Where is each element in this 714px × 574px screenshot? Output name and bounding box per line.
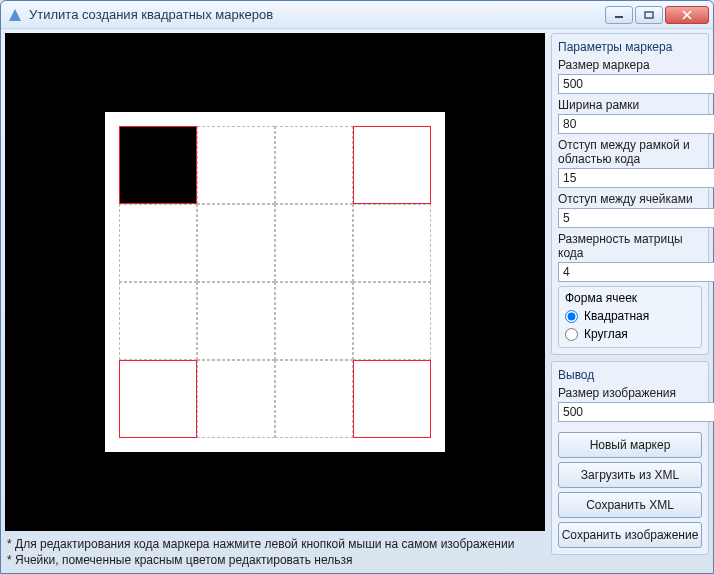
cell-2-1 bbox=[197, 282, 275, 360]
cell-3-0 bbox=[119, 360, 197, 438]
cell-0-3 bbox=[353, 126, 431, 204]
cell-1-1 bbox=[197, 204, 275, 282]
window-title: Утилита создания квадратных маркеров bbox=[29, 7, 605, 22]
cell-3-1 bbox=[197, 360, 275, 438]
cell-gap-label: Отступ между ячейками bbox=[558, 192, 702, 206]
marker-image bbox=[105, 112, 445, 452]
app-icon bbox=[7, 7, 23, 23]
marker-size-label: Размер маркера bbox=[558, 58, 702, 72]
hint-1: * Для редактирования кода маркера нажмит… bbox=[7, 537, 543, 551]
titlebar: Утилита создания квадратных маркеров bbox=[1, 1, 713, 29]
shape-square-radio[interactable]: Квадратная bbox=[565, 309, 695, 323]
window: Утилита создания квадратных маркеров bbox=[0, 0, 714, 574]
svg-rect-2 bbox=[645, 12, 653, 18]
frame-gap-label: Отступ между рамкой и областью кода bbox=[558, 138, 702, 166]
cell-0-0 bbox=[119, 126, 197, 204]
save-xml-button[interactable]: Сохранить XML bbox=[558, 492, 702, 518]
frame-width-input[interactable] bbox=[558, 114, 714, 134]
params-group: Параметры маркера Размер маркера ▲▼ Шири… bbox=[551, 33, 709, 355]
close-button[interactable] bbox=[665, 6, 709, 24]
cell-gap-input[interactable] bbox=[558, 208, 714, 228]
output-title: Вывод bbox=[558, 368, 702, 382]
cell-3-3 bbox=[353, 360, 431, 438]
output-group: Вывод Размер изображения ▲▼ Новый маркер… bbox=[551, 361, 709, 555]
matrix-label: Размерность матрицы кода bbox=[558, 232, 702, 260]
hints: * Для редактирования кода маркера нажмит… bbox=[5, 531, 545, 569]
hint-2: * Ячейки, помеченные красным цветом реда… bbox=[7, 553, 543, 567]
cell-3-2 bbox=[275, 360, 353, 438]
new-marker-button[interactable]: Новый маркер bbox=[558, 432, 702, 458]
marker-size-input[interactable] bbox=[558, 74, 714, 94]
minimize-button[interactable] bbox=[605, 6, 633, 24]
cell-1-3 bbox=[353, 204, 431, 282]
save-image-button[interactable]: Сохранить изображение bbox=[558, 522, 702, 548]
cell-1-0 bbox=[119, 204, 197, 282]
cell-2-2 bbox=[275, 282, 353, 360]
matrix-input[interactable] bbox=[558, 262, 714, 282]
cell-2-0 bbox=[119, 282, 197, 360]
shape-title: Форма ячеек bbox=[565, 291, 695, 305]
marker-grid bbox=[119, 126, 431, 438]
shape-round-label: Круглая bbox=[584, 327, 628, 341]
client-area: * Для редактирования кода маркера нажмит… bbox=[1, 29, 713, 573]
image-size-label: Размер изображения bbox=[558, 386, 702, 400]
shape-round-radio[interactable]: Круглая bbox=[565, 327, 695, 341]
frame-gap-input[interactable] bbox=[558, 168, 714, 188]
preview-canvas[interactable] bbox=[5, 33, 545, 531]
cell-1-2 bbox=[275, 204, 353, 282]
svg-marker-0 bbox=[9, 9, 21, 21]
params-title: Параметры маркера bbox=[558, 40, 702, 54]
shape-square-label: Квадратная bbox=[584, 309, 649, 323]
cell-0-2 bbox=[275, 126, 353, 204]
cell-2-3 bbox=[353, 282, 431, 360]
cell-0-1 bbox=[197, 126, 275, 204]
maximize-button[interactable] bbox=[635, 6, 663, 24]
load-xml-button[interactable]: Загрузить из XML bbox=[558, 462, 702, 488]
image-size-input[interactable] bbox=[558, 402, 714, 422]
frame-width-label: Ширина рамки bbox=[558, 98, 702, 112]
shape-group: Форма ячеек Квадратная Круглая bbox=[558, 286, 702, 348]
